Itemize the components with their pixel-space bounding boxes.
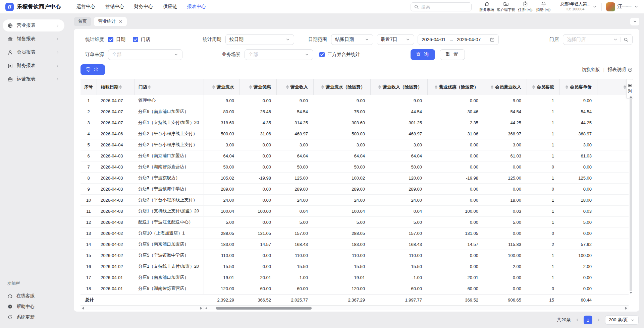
order-source-select[interactable]: 全部 [108, 49, 182, 60]
sidebar-item-member-report[interactable]: 会员报表 [3, 46, 64, 58]
table-row[interactable]: 122026-04-03配送1（宁波江北配送中心）5.000.005.005.0… [80, 217, 629, 228]
table-row[interactable]: 72026-04-03分店8（湖南智烁直营店）50.000.0050.0050.… [80, 161, 629, 173]
tab-2[interactable]: 营业统计✕ [94, 17, 127, 26]
column-header-8[interactable]: 营业收入（除运费） [370, 79, 427, 95]
close-tab-icon[interactable]: ✕ [119, 19, 122, 24]
column-header-5[interactable]: 营业优惠 [239, 79, 276, 95]
quick-action-task-center[interactable]: 任务中心 [517, 1, 533, 12]
report-help-link[interactable]: 报表说明 [608, 67, 633, 73]
column-header-2[interactable]: 结账日期 [97, 79, 134, 95]
scroll-left-icon[interactable] [205, 307, 207, 310]
scene-select[interactable]: 全部 [245, 49, 313, 60]
user-menu[interactable]: 汪一一 [606, 2, 639, 11]
scroll-columns-scrollbar[interactable] [204, 306, 629, 310]
org-switcher[interactable]: 总部/年轻人第... ID: 100004 [560, 2, 597, 11]
scroll-right-icon[interactable] [625, 307, 627, 310]
scroll-right-icon[interactable] [200, 307, 202, 310]
sidebar-item-finance-report[interactable]: 财务报表 [3, 60, 64, 72]
table-row[interactable]: 82026-04-03分店7（宁波旗舰店）105.02-19.98125.001… [80, 173, 629, 184]
table-row[interactable]: 172026-04-01分店9（南京浦口加盟店）19.0120.01-1.001… [80, 272, 629, 283]
table-row[interactable]: 42026-04-06分店2（平台小程序线上支付）500.0331.06468.… [80, 128, 629, 139]
topnav-item-2[interactable]: 营销中心 [105, 4, 124, 10]
app-logo-icon[interactable] [5, 3, 14, 11]
table-row[interactable]: 52026-04-04分店2（平台小程序线上支付）3.000.003.003.0… [80, 139, 629, 150]
topnav-item-3[interactable]: 财务中心 [134, 4, 153, 10]
horizontal-scroll-thumb[interactable] [216, 307, 312, 310]
table-row[interactable]: 102026-04-03分店2（平台小程序线上支付）24.000.0024.00… [80, 195, 629, 206]
table-row[interactable]: 62026-04-03分店9（南京浦口加盟店）64.040.0064.0464.… [80, 150, 629, 161]
table-row[interactable]: 162026-04-02分店1（支持线上支付/加盟）2015.500.0015.… [80, 261, 629, 272]
topnav-item-1[interactable]: 运营中心 [76, 4, 95, 10]
dimension-checkbox-2[interactable]: 门店 [133, 37, 150, 43]
table-row[interactable]: 112026-04-03分店1（支持线上支付/加盟）20100.04100.00… [80, 206, 629, 217]
table-row[interactable]: 92026-04-03分店5（宁波镇海中学店）289.000.00289.002… [80, 184, 629, 195]
query-button[interactable]: 查 询 [411, 49, 435, 60]
date-range-input[interactable]: 2026-04-01 → 2026-04-07 [418, 34, 499, 45]
date-start[interactable]: 2026-04-01 [422, 37, 446, 42]
prev-page-button[interactable] [575, 318, 580, 322]
table-row[interactable]: 22026-04-07分店9（南京浦口加盟店）80.0025.4654.5475… [80, 106, 629, 117]
sidebar-item-operation-report[interactable]: 运营报表 [3, 73, 64, 85]
topnav-item-5[interactable]: 报表中心 [187, 4, 206, 10]
sort-icon[interactable] [532, 85, 535, 89]
sort-icon[interactable] [435, 85, 437, 89]
quick-action-store[interactable]: 服务市场 [479, 1, 495, 12]
page-number[interactable]: 1 [584, 316, 592, 324]
export-button[interactable]: 导 出 [80, 64, 105, 75]
table-row[interactable]: 182026-04-01分店8（湖南智烁直营店）120.0060.0060.00… [80, 283, 629, 294]
column-header-4[interactable]: 营业流水 [204, 79, 239, 95]
sort-icon[interactable] [286, 85, 289, 89]
column-header-10[interactable]: 会员营业收入 [484, 79, 527, 95]
merge-coupon-checkbox[interactable]: 三方券合并统计 [319, 52, 360, 58]
column-header-6[interactable]: 营业收入 [276, 79, 313, 95]
column-header-13[interactable]: 有效订单 [597, 79, 629, 95]
table-row[interactable]: 32026-04-07分店1（支持线上支付/加盟）20318.604.35314… [80, 117, 629, 128]
scroll-up-icon[interactable] [630, 96, 632, 98]
store-search-icon[interactable] [624, 37, 629, 42]
sidebar-item-business-report[interactable]: 营业报表 [3, 19, 64, 31]
date-end[interactable]: 2026-04-07 [457, 37, 481, 42]
collapse-tabs-button[interactable] [630, 18, 639, 25]
sidebar-item-sales-report[interactable]: 销售报表 [3, 33, 64, 45]
reset-button[interactable]: 重 置 [440, 49, 465, 60]
tab-1[interactable]: 首页 [74, 17, 91, 26]
vertical-scroll-thumb[interactable] [630, 99, 632, 291]
scroll-down-icon[interactable] [630, 292, 632, 294]
table-row[interactable]: 132026-04-02分店10（上海加盟店）1288.05131.05157.… [80, 228, 629, 239]
column-header-9[interactable]: 营业优惠（除运费） [427, 79, 484, 95]
column-header-3[interactable]: 门店 [134, 79, 204, 95]
column-header-12[interactable]: 会员客单价 [559, 79, 597, 95]
sort-icon[interactable] [119, 85, 122, 89]
table-row[interactable]: 142026-04-02分店9（南京浦口加盟店）183.0014.57168.4… [80, 239, 629, 250]
sort-icon[interactable] [624, 85, 626, 89]
sort-icon[interactable] [212, 85, 215, 89]
switch-layout-link[interactable]: 切换竖版 [582, 67, 600, 73]
page-size-select[interactable]: 200 条/页 [605, 315, 639, 325]
sort-icon[interactable] [566, 85, 568, 89]
sort-icon[interactable] [491, 85, 493, 89]
store-select[interactable]: 选择门店 [563, 34, 633, 45]
sort-icon[interactable] [249, 85, 252, 89]
fixed-columns-scrollbar[interactable] [80, 306, 204, 310]
column-header-11[interactable]: 会员客流 [527, 79, 559, 95]
table-row[interactable]: 152026-04-02分店5（宁波镇海中学店）110.000.00110.00… [80, 250, 629, 261]
table-row[interactable]: 12026-04-07管理中心9.000.009.009.009.000.009… [80, 95, 629, 106]
next-page-button[interactable] [596, 318, 601, 322]
column-header-7[interactable]: 营业流水（除运费） [313, 79, 370, 95]
dimension-checkbox-1[interactable]: 日期 [108, 37, 125, 43]
period-select[interactable]: 按日期 [225, 34, 294, 45]
global-search[interactable] [411, 2, 472, 11]
quick-action-message-center[interactable]: 消息中心 [535, 1, 551, 12]
search-input[interactable] [421, 4, 468, 9]
sort-icon[interactable] [321, 85, 324, 89]
sidebar-footer-online-service[interactable]: 在线客服 [3, 290, 64, 301]
sidebar-footer-help-center[interactable]: ?帮助中心 [3, 301, 64, 312]
vertical-scrollbar[interactable] [629, 95, 633, 294]
date-type-select[interactable]: 结账日期 [331, 34, 373, 45]
sort-icon[interactable] [378, 85, 381, 89]
date-preset-select[interactable]: 最近7日 [377, 34, 414, 45]
scroll-left-icon[interactable] [82, 307, 84, 310]
sort-icon[interactable] [148, 85, 151, 89]
sidebar-footer-system-update[interactable]: 系统更新 [3, 312, 64, 323]
quick-action-client-download[interactable]: 客户端下载 [497, 1, 515, 12]
